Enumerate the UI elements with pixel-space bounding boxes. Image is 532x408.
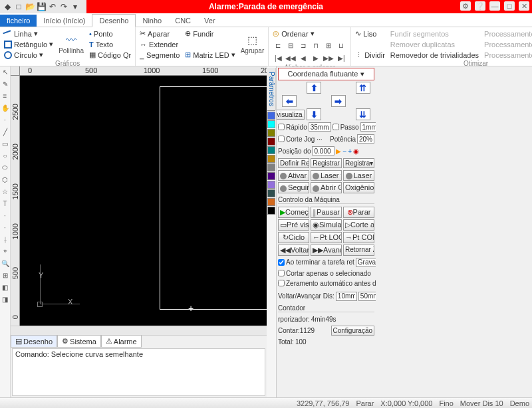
- voltar-button[interactable]: ◀◀Voltar: [278, 245, 309, 256]
- jog-down-button[interactable]: ⬇: [307, 108, 321, 120]
- plus-icon[interactable]: +: [348, 148, 352, 155]
- pausar-button[interactable]: ‖Pausar: [311, 207, 342, 218]
- jog-zup-button[interactable]: ⇈: [356, 82, 370, 94]
- tool-fundir[interactable]: ⊕Fundir: [185, 29, 235, 39]
- color-swatch[interactable]: [267, 112, 275, 120]
- tool-texto[interactable]: TTexto: [89, 39, 131, 49]
- color-swatch[interactable]: [267, 163, 275, 171]
- tool-ordenar[interactable]: ◎Ordenar▾: [273, 29, 346, 39]
- tab-ninho[interactable]: Ninho: [136, 15, 168, 27]
- tool-dividir[interactable]: ⋮Dividir: [355, 50, 385, 60]
- target-icon[interactable]: ◉: [353, 148, 359, 155]
- tool-remover-triv[interactable]: Removedor de trivialidades: [390, 50, 479, 60]
- tab-desenho-bottom[interactable]: ▤Desenho: [11, 335, 57, 348]
- configuracao-button[interactable]: Configuração: [331, 326, 374, 336]
- color-swatch[interactable]: [267, 181, 275, 189]
- tool-linha[interactable]: Linha▾: [4, 29, 53, 39]
- tool-matrizled[interactable]: ⊞Matriz LED▾: [185, 50, 235, 60]
- va-dist-input[interactable]: [336, 292, 357, 301]
- nav-first-icon[interactable]: |◀: [273, 52, 283, 63]
- nav-next-icon[interactable]: ▶▶: [323, 52, 334, 63]
- minus-icon[interactable]: −: [342, 148, 346, 155]
- gravacao-select[interactable]: [356, 258, 376, 267]
- rect-icon[interactable]: ▭: [1, 140, 9, 148]
- vtab-parametros[interactable]: Parâmetros: [267, 68, 276, 110]
- tab-alarme-bottom[interactable]: ⚠Alarme: [101, 335, 142, 348]
- parar-button[interactable]: ⊗Parar: [343, 207, 374, 218]
- tool-remover-dup[interactable]: Remover duplicatas: [390, 39, 479, 49]
- tool-aparar[interactable]: ✂Aparar: [140, 29, 180, 39]
- status-fino[interactable]: Fino: [439, 399, 453, 407]
- color-swatch[interactable]: [267, 198, 275, 206]
- align-left-icon[interactable]: ⊏: [273, 40, 283, 51]
- tool-ponto[interactable]: •Ponto: [89, 29, 131, 39]
- circle-icon[interactable]: ○: [1, 152, 9, 159]
- color-swatch[interactable]: [267, 155, 275, 163]
- previsualizar-button[interactable]: ▭Pré visualizar: [278, 219, 309, 231]
- jog-zdown-button[interactable]: ⇊: [356, 108, 370, 120]
- qat-dropdown-icon[interactable]: ▾: [70, 2, 80, 11]
- tab-ver[interactable]: Ver: [198, 15, 222, 27]
- text-icon[interactable]: T: [1, 199, 9, 207]
- cortar-sel-check[interactable]: [278, 270, 285, 276]
- avancar-button[interactable]: ▶▶Avançar: [311, 245, 342, 256]
- jog-up-button[interactable]: ⬆: [307, 82, 321, 94]
- tool-circulo[interactable]: Círculo▾: [4, 50, 53, 60]
- select-icon[interactable]: ↖: [1, 68, 9, 76]
- color-swatch[interactable]: [267, 129, 275, 137]
- zoom-icon[interactable]: 🔍: [1, 259, 9, 267]
- align-top-icon[interactable]: ⊓: [311, 40, 321, 51]
- va-speed-input[interactable]: [358, 292, 376, 301]
- comecar-button[interactable]: ▶Começar*: [278, 207, 309, 218]
- visualiza-button[interactable]: visualiza: [277, 110, 305, 120]
- open-icon[interactable]: 📂: [25, 2, 35, 11]
- ciclo-button[interactable]: ↻Ciclo: [278, 232, 309, 243]
- zeramento-check[interactable]: [278, 280, 285, 286]
- rapido-input[interactable]: [309, 122, 331, 132]
- corte-seco-button[interactable]: ▷Corte a Seco: [343, 219, 374, 231]
- retornar-zero-button[interactable]: Retornar Zero: [343, 245, 374, 256]
- laser-button[interactable]: Laser: [343, 170, 374, 181]
- nav-prev-icon[interactable]: ◀◀: [285, 52, 296, 63]
- new-icon[interactable]: □: [14, 2, 23, 11]
- jog-left-button[interactable]: ⬅: [282, 95, 297, 107]
- seguir-button[interactable]: Seguir: [278, 182, 309, 193]
- snap-icon[interactable]: ⌖: [1, 247, 9, 255]
- align-center-icon[interactable]: ⊟: [285, 40, 296, 51]
- save-icon[interactable]: 💾: [37, 2, 46, 11]
- minimize-icon[interactable]: —: [489, 1, 500, 11]
- tool-fundir-seg[interactable]: Fundir segmentos: [390, 29, 479, 39]
- redo-icon[interactable]: ↷: [59, 2, 68, 11]
- definir-reg-button[interactable]: Definir Registro: [278, 158, 309, 168]
- simular-button[interactable]: ◉Simular: [311, 219, 342, 231]
- grid-icon[interactable]: ⊞: [1, 271, 9, 279]
- laser-verm-button[interactable]: Laser vermelho: [311, 170, 342, 181]
- registra-dropdown[interactable]: Registra▾: [343, 158, 374, 168]
- tool-retangulo[interactable]: Retângulo▾: [4, 39, 53, 49]
- tool-proc-qr[interactable]: Processamento de Qr de lote: [484, 50, 532, 60]
- drawing-canvas[interactable]: Y X +: [20, 76, 267, 326]
- settings-icon[interactable]: ⚙: [460, 1, 471, 11]
- scrollbar-h[interactable]: [11, 326, 267, 335]
- color-swatch[interactable]: [267, 138, 275, 146]
- rapido-check[interactable]: [278, 124, 285, 130]
- order-icon[interactable]: ≡: [1, 92, 9, 100]
- tool-codigoqr[interactable]: ▦Código Qr: [89, 50, 131, 60]
- align-bot-icon[interactable]: ⊔: [336, 40, 346, 51]
- point-icon[interactable]: ·: [1, 211, 9, 219]
- passo-input[interactable]: [360, 122, 376, 132]
- ao-terminar-check[interactable]: [278, 259, 285, 266]
- maximize-icon[interactable]: □: [504, 1, 515, 11]
- star-icon[interactable]: ☆: [1, 187, 9, 195]
- oxigenio-dropdown[interactable]: Oxigênio▾: [343, 182, 374, 193]
- color-swatch[interactable]: [267, 172, 275, 180]
- nav-fwd-icon[interactable]: ▶: [311, 52, 321, 63]
- potencia-input[interactable]: [357, 134, 374, 144]
- tab-sistema-bottom[interactable]: ⚙Sistema: [57, 335, 101, 348]
- nav-back-icon[interactable]: ◀: [298, 52, 309, 63]
- measure-icon[interactable]: ⟊: [1, 235, 9, 243]
- node-icon[interactable]: ✎: [1, 80, 9, 88]
- passo-check[interactable]: [332, 124, 339, 130]
- align-mid-icon[interactable]: ⊞: [323, 40, 334, 51]
- posicao-input[interactable]: [312, 146, 334, 155]
